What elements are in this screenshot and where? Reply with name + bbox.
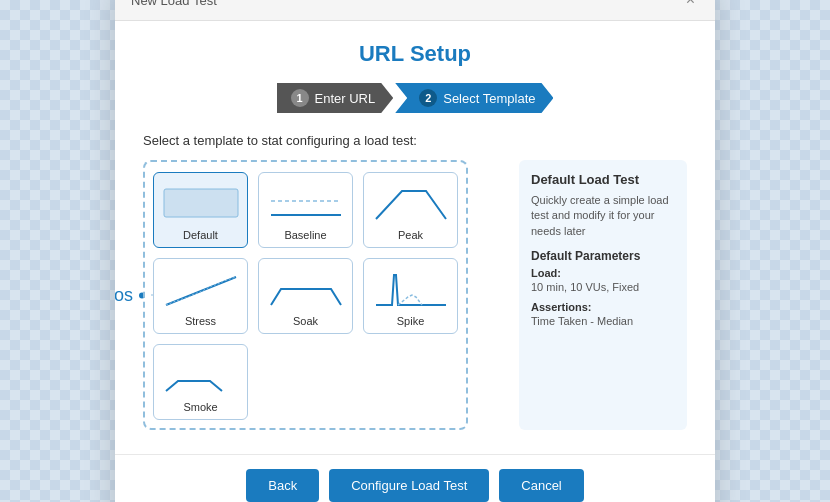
scenarios-text: Scenarios: [115, 285, 133, 306]
step-1[interactable]: 1 Enter URL: [277, 83, 394, 113]
step-2[interactable]: 2 Select Template: [395, 83, 553, 113]
left-section: Scenarios: [143, 160, 501, 430]
svg-rect-0: [164, 189, 238, 217]
soak-chart: [267, 267, 345, 311]
content-row: Scenarios: [143, 160, 687, 430]
template-soak[interactable]: Soak: [258, 258, 353, 334]
spike-chart: [372, 267, 450, 311]
assertions-value: Time Taken - Median: [531, 315, 675, 327]
template-soak-label: Soak: [265, 315, 346, 327]
template-spike-label: Spike: [370, 315, 451, 327]
template-default-label: Default: [160, 229, 241, 241]
params-title: Default Parameters: [531, 249, 675, 263]
new-load-test-dialog: New Load Test × URL Setup 1 Enter URL 2 …: [115, 0, 715, 502]
stress-chart: [162, 267, 240, 311]
template-baseline[interactable]: Baseline: [258, 172, 353, 248]
step-2-label: Select Template: [443, 91, 535, 106]
step-2-num: 2: [419, 89, 437, 107]
baseline-chart: [267, 181, 345, 225]
section-label: Select a template to stat configuring a …: [143, 133, 687, 148]
template-peak[interactable]: Peak: [363, 172, 458, 248]
step-1-label: Enter URL: [315, 91, 376, 106]
template-default[interactable]: Default: [153, 172, 248, 248]
template-spike[interactable]: Spike: [363, 258, 458, 334]
template-peak-label: Peak: [370, 229, 451, 241]
steps-bar: 1 Enter URL 2 Select Template: [143, 83, 687, 113]
default-chart: [162, 181, 240, 225]
smoke-chart: [162, 353, 240, 397]
template-smoke-label: Smoke: [160, 401, 241, 413]
templates-grid: Default Baseline: [153, 172, 458, 420]
dialog-body: URL Setup 1 Enter URL 2 Select Template …: [115, 21, 715, 454]
load-label: Load:: [531, 267, 675, 279]
template-smoke[interactable]: Smoke: [153, 344, 248, 420]
peak-chart: [372, 181, 450, 225]
dialog-title: New Load Test: [131, 0, 217, 8]
panel-desc: Quickly create a simple load test and mo…: [531, 193, 675, 239]
step-1-num: 1: [291, 89, 309, 107]
dialog-titlebar: New Load Test ×: [115, 0, 715, 21]
cancel-button[interactable]: Cancel: [499, 469, 583, 502]
assertions-label: Assertions:: [531, 301, 675, 313]
configure-button[interactable]: Configure Load Test: [329, 469, 489, 502]
right-panel: Default Load Test Quickly create a simpl…: [519, 160, 687, 430]
dialog-heading: URL Setup: [143, 41, 687, 67]
templates-dashed-area: Default Baseline: [143, 160, 468, 430]
back-button[interactable]: Back: [246, 469, 319, 502]
template-stress-label: Stress: [160, 315, 241, 327]
panel-title: Default Load Test: [531, 172, 675, 187]
load-value: 10 min, 10 VUs, Fixed: [531, 281, 675, 293]
dialog-footer: Back Configure Load Test Cancel: [115, 454, 715, 502]
close-button[interactable]: ×: [682, 0, 699, 10]
template-stress[interactable]: Stress: [153, 258, 248, 334]
template-baseline-label: Baseline: [265, 229, 346, 241]
